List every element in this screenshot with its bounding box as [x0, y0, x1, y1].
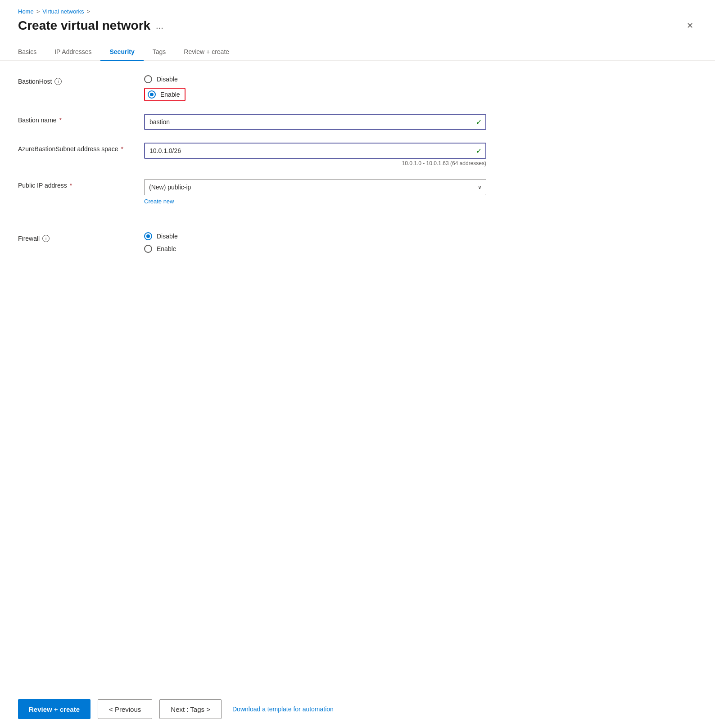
bastion-enable-radio[interactable]: Enable	[144, 88, 486, 101]
firewall-disable-circle	[144, 232, 152, 240]
footer: Review + create < Previous Next : Tags >…	[0, 690, 715, 728]
subnet-address-required: *	[121, 145, 123, 153]
public-ip-row: Public IP address * (New) public-ip ∨ Cr…	[18, 179, 697, 205]
firewall-row: Firewall i Disable Enable	[18, 232, 697, 253]
firewall-enable-radio[interactable]: Enable	[144, 245, 486, 253]
breadcrumb-sep1: >	[36, 8, 40, 15]
tab-ip-addresses[interactable]: IP Addresses	[45, 44, 100, 61]
subnet-address-input-wrapper: ✓	[144, 143, 486, 159]
close-button[interactable]: ✕	[683, 19, 697, 32]
ellipsis-menu[interactable]: ...	[156, 21, 163, 31]
public-ip-required: *	[70, 182, 72, 189]
tab-basics[interactable]: Basics	[18, 44, 45, 61]
firewall-radio-group: Disable Enable	[144, 232, 486, 253]
subnet-address-input[interactable]	[144, 143, 486, 159]
next-button[interactable]: Next : Tags >	[159, 699, 222, 719]
bastion-name-input-wrapper: ✓	[144, 114, 486, 130]
bastion-name-required: *	[59, 117, 62, 124]
bastion-host-controls: Disable Enable	[144, 75, 486, 101]
breadcrumb-home[interactable]: Home	[18, 8, 34, 15]
public-ip-dropdown-wrapper: (New) public-ip ∨	[144, 179, 486, 195]
bastion-host-label: BastionHost i	[18, 75, 144, 85]
firewall-enable-label: Enable	[157, 245, 176, 252]
bastion-name-input[interactable]	[144, 114, 486, 130]
bastion-disable-label: Disable	[157, 76, 178, 83]
bastion-enable-circle	[148, 90, 156, 99]
bastion-name-control: ✓	[144, 114, 486, 130]
previous-button[interactable]: < Previous	[98, 699, 152, 719]
subnet-address-label: AzureBastionSubnet address space *	[18, 143, 144, 153]
breadcrumb-virtual-networks[interactable]: Virtual networks	[42, 8, 84, 15]
public-ip-dropdown[interactable]: (New) public-ip	[144, 179, 486, 195]
bastion-host-radio-group: Disable Enable	[144, 75, 486, 101]
subnet-address-row: AzureBastionSubnet address space * ✓ 10.…	[18, 143, 697, 166]
bastion-host-row: BastionHost i Disable Enable	[18, 75, 697, 101]
firewall-info-icon[interactable]: i	[42, 235, 50, 242]
bastion-disable-radio[interactable]: Disable	[144, 75, 486, 83]
breadcrumb-sep2: >	[87, 8, 91, 15]
subnet-address-hint: 10.0.1.0 - 10.0.1.63 (64 addresses)	[144, 160, 486, 166]
bastion-name-row: Bastion name * ✓	[18, 114, 697, 130]
main-content: BastionHost i Disable Enable	[0, 61, 715, 690]
firewall-controls: Disable Enable	[144, 232, 486, 253]
title-row: Create virtual network ... ✕	[0, 15, 715, 33]
bastion-name-checkmark: ✓	[476, 118, 482, 126]
firewall-label: Firewall i	[18, 232, 144, 242]
download-template-link[interactable]: Download a template for automation	[232, 706, 334, 713]
bastion-enable-label: Enable	[160, 91, 180, 98]
breadcrumb: Home > Virtual networks >	[0, 0, 715, 15]
firewall-disable-radio[interactable]: Disable	[144, 232, 486, 240]
bastion-host-info-icon[interactable]: i	[54, 78, 62, 85]
bastion-enable-highlight: Enable	[144, 88, 186, 101]
tab-tags[interactable]: Tags	[144, 44, 175, 61]
spacer	[18, 218, 697, 232]
bastion-disable-circle	[144, 75, 152, 83]
title-left: Create virtual network ...	[18, 18, 163, 33]
review-create-button[interactable]: Review + create	[18, 699, 91, 719]
tab-security[interactable]: Security	[100, 44, 143, 61]
page-title: Create virtual network	[18, 18, 150, 33]
firewall-enable-circle	[144, 245, 152, 253]
tab-review-create[interactable]: Review + create	[175, 44, 238, 61]
subnet-address-control: ✓ 10.0.1.0 - 10.0.1.63 (64 addresses)	[144, 143, 486, 166]
firewall-disable-label: Disable	[157, 233, 178, 240]
public-ip-label: Public IP address *	[18, 179, 144, 189]
create-new-link[interactable]: Create new	[144, 198, 174, 205]
subnet-address-checkmark: ✓	[476, 147, 482, 155]
public-ip-control: (New) public-ip ∨ Create new	[144, 179, 486, 205]
tabs-bar: Basics IP Addresses Security Tags Review…	[0, 33, 715, 61]
bastion-name-label: Bastion name *	[18, 114, 144, 124]
